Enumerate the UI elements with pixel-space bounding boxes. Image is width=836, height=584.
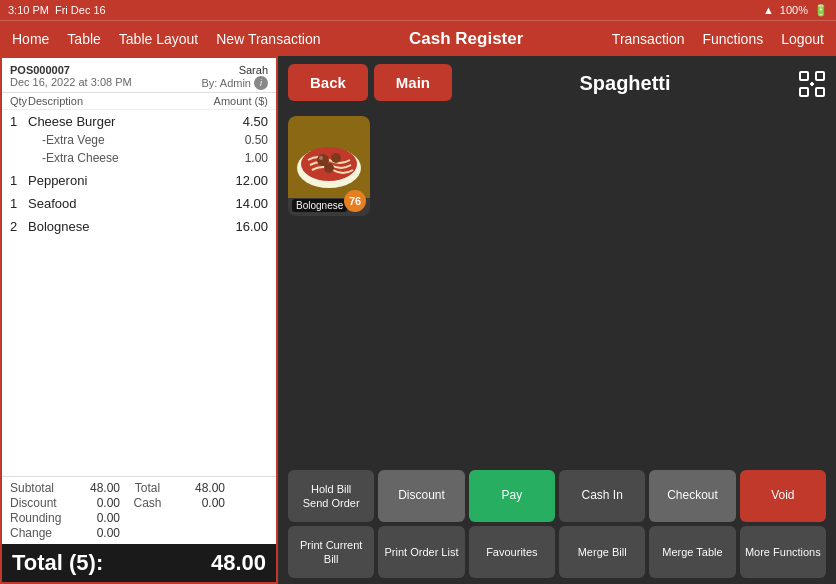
svg-rect-0 [800,72,808,80]
info-icon[interactable]: i [254,76,268,90]
receipt-item-4[interactable]: 2 Bolognese 16.00 [2,217,276,236]
admin-label: By: Admin i [201,76,268,90]
main-content: POS000007 Sarah Dec 16, 2022 at 3:08 PM … [0,56,836,584]
nav-title: Cash Register [409,29,523,48]
receipt-item-1[interactable]: 1 Cheese Burger 4.50 [2,112,276,131]
receipt-header: POS000007 Sarah Dec 16, 2022 at 3:08 PM … [2,58,276,93]
nav-home[interactable]: Home [12,31,49,47]
subtotal-value: 48.00 [70,481,120,495]
more-functions-button[interactable]: More Functions [740,526,826,578]
discount-label: Discount [10,496,70,510]
pos-number: POS000007 [10,64,70,76]
rounding-label: Rounding [10,511,70,525]
merge-bill-button[interactable]: Merge Bill [559,526,645,578]
rounding-value: 0.00 [70,511,120,525]
svg-point-11 [324,163,334,173]
product-grid: Bolognese 76 [278,112,836,468]
receipt-item-3[interactable]: 1 Seafood 14.00 [2,194,276,213]
svg-rect-3 [816,88,824,96]
grand-total-value: 48.00 [211,550,266,576]
receipt-subitem-1[interactable]: -Extra Vege 0.50 [2,131,276,149]
receipt-item-2[interactable]: 1 Pepperoni 12.00 [2,171,276,190]
svg-point-10 [331,153,341,163]
merge-table-button[interactable]: Merge Table [649,526,735,578]
cash-in-button[interactable]: Cash In [559,470,645,522]
col-amount-header: Amount ($) [213,95,268,107]
print-current-bill-button[interactable]: Print Current Bill [288,526,374,578]
discount-button[interactable]: Discount [378,470,464,522]
nav-logout[interactable]: Logout [781,31,824,47]
back-button[interactable]: Back [288,64,368,101]
grand-total: Total (5): 48.00 [2,544,276,582]
subtotal-label: Subtotal [10,481,70,495]
receipt-panel: POS000007 Sarah Dec 16, 2022 at 3:08 PM … [0,56,278,584]
total-value: 48.00 [175,481,225,495]
svg-rect-2 [800,88,808,96]
battery-icon: 🔋 [814,4,828,17]
nav-bar: Home Table Table Layout New Transaction … [0,20,836,56]
void-button[interactable]: Void [740,470,826,522]
time-display: 3:10 PM [8,4,49,16]
discount-value: 0.00 [70,496,120,510]
nav-new-transaction[interactable]: New Transaction [216,31,320,47]
right-panel: Back Main Spaghetti [278,56,836,584]
product-bolognese-label: Bolognese [292,199,347,212]
product-bolognese-badge: 76 [344,190,366,212]
favourites-button[interactable]: Favourites [469,526,555,578]
product-bolognese[interactable]: Bolognese 76 [288,116,370,216]
cash-value: 0.00 [175,496,225,510]
col-qty-header: Qty [10,95,28,107]
product-title: Spaghetti [462,64,788,95]
nav-buttons-group: Back Main [288,64,452,101]
print-order-list-button[interactable]: Print Order List [378,526,464,578]
date-display: Fri Dec 16 [55,4,106,16]
nav-functions[interactable]: Functions [702,31,763,47]
top-bar: 3:10 PM Fri Dec 16 ▲ 100% 🔋 [0,0,836,20]
pay-button[interactable]: Pay [469,470,555,522]
checkout-button[interactable]: Checkout [649,470,735,522]
svg-rect-1 [816,72,824,80]
receipt-date: Dec 16, 2022 at 3:08 PM [10,76,132,90]
cash-label: Cash [120,496,175,510]
grand-total-label: Total (5): [12,550,103,576]
main-button[interactable]: Main [374,64,452,101]
staff-name: Sarah [239,64,268,76]
wifi-icon: ▲ [763,4,774,16]
receipt-totals: Subtotal 48.00 Total 48.00 Discount 0.00… [2,476,276,544]
receipt-col-headers: Qty Description Amount ($) [2,93,276,110]
svg-point-12 [319,156,323,160]
change-value: 0.00 [70,526,120,540]
scan-icon[interactable] [798,64,826,104]
col-desc-header: Description [28,95,213,107]
change-label: Change [10,526,70,540]
right-top-bar: Back Main Spaghetti [278,56,836,112]
nav-transaction[interactable]: Transaction [612,31,685,47]
nav-table[interactable]: Table [67,31,100,47]
total-label: Total [120,481,175,495]
battery-display: 100% [780,4,808,16]
receipt-items: 1 Cheese Burger 4.50 -Extra Vege 0.50 -E… [2,110,276,476]
nav-table-layout[interactable]: Table Layout [119,31,198,47]
receipt-subitem-2[interactable]: -Extra Cheese 1.00 [2,149,276,167]
hold-bill-button[interactable]: Hold BillSend Order [288,470,374,522]
